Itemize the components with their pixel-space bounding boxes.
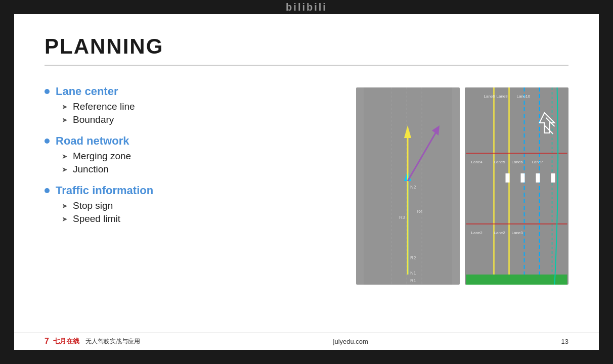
top-bar: bilibili <box>0 0 613 14</box>
bottom-bar <box>0 350 613 364</box>
stop-sign-label: Stop sign <box>73 200 113 211</box>
chevron-icon: ➤ <box>62 103 68 111</box>
svg-text:N1: N1 <box>410 270 416 276</box>
title-section: PLANNING <box>45 34 568 66</box>
bilibili-logo: bilibili <box>286 2 327 13</box>
traffic-info-label: Traffic information <box>56 184 153 197</box>
svg-text:Lane10: Lane10 <box>517 94 531 99</box>
list-item: ➤ Speed limit <box>62 213 336 224</box>
traffic-info-subitems: ➤ Stop sign ➤ Speed limit <box>62 200 336 224</box>
svg-text:R2: R2 <box>410 255 416 260</box>
chevron-icon: ➤ <box>62 215 68 223</box>
footer-page-number: 13 <box>561 338 568 345</box>
junction-label: Junction <box>73 164 109 175</box>
diagram-right-svg: Lane6 Lane8 Lane10 Lane2 Lane2 Lane3 Lan… <box>465 87 568 285</box>
bullet-dot <box>45 139 50 144</box>
svg-text:Lane5: Lane5 <box>494 160 506 164</box>
section-road-network: Road network ➤ Merging zone ➤ Junction <box>45 134 336 179</box>
svg-text:N2: N2 <box>410 185 416 190</box>
chevron-icon: ➤ <box>62 152 68 160</box>
list-item: ➤ Merging zone <box>62 151 336 162</box>
list-item: ➤ Stop sign <box>62 200 336 211</box>
svg-rect-40 <box>466 275 567 285</box>
svg-text:Lane6: Lane6 <box>484 94 496 99</box>
bullet-dot <box>45 188 50 193</box>
right-panel: N2 R3 R4 R2 N1 R1 <box>356 85 568 322</box>
svg-rect-25 <box>521 173 525 183</box>
bullet-dot <box>45 89 50 94</box>
list-item: ➤ Boundary <box>62 114 336 125</box>
footer-url: julyedu.com <box>333 338 368 345</box>
svg-text:R1: R1 <box>410 278 416 283</box>
section-lane-center: Lane center ➤ Reference line ➤ Boundary <box>45 85 336 129</box>
list-item: ➤ Junction <box>62 164 336 175</box>
left-panel: Lane center ➤ Reference line ➤ Boundary <box>45 85 336 322</box>
list-item: ➤ Reference line <box>62 101 336 112</box>
svg-text:Lane4: Lane4 <box>471 160 483 164</box>
svg-text:Lane8: Lane8 <box>497 94 508 99</box>
diagram-left: N2 R3 R4 R2 N1 R1 <box>356 87 460 285</box>
road-network-subitems: ➤ Merging zone ➤ Junction <box>62 151 336 175</box>
chevron-icon: ➤ <box>62 165 68 173</box>
svg-rect-24 <box>506 173 510 183</box>
slide: PLANNING Lane center ➤ Reference line <box>14 14 599 350</box>
footer: 7 七月在线 无人驾驶实战与应用 julyedu.com 13 <box>14 332 599 350</box>
section-traffic-info: Traffic information ➤ Stop sign ➤ Speed … <box>45 184 336 229</box>
footer-subtitle: 无人驾驶实战与应用 <box>85 337 140 346</box>
footer-logo-text: 七月在线 <box>53 337 79 346</box>
chevron-icon: ➤ <box>62 116 68 124</box>
reference-line-label: Reference line <box>73 101 135 112</box>
road-network-label: Road network <box>56 134 129 148</box>
chevron-icon: ➤ <box>62 202 68 210</box>
svg-text:Lane3: Lane3 <box>512 231 523 235</box>
svg-text:Lane2: Lane2 <box>471 231 483 235</box>
lane-center-subitems: ➤ Reference line ➤ Boundary <box>62 101 336 125</box>
slide-title: PLANNING <box>45 34 568 59</box>
boundary-label: Boundary <box>73 114 114 125</box>
content-area: Lane center ➤ Reference line ➤ Boundary <box>45 85 568 322</box>
svg-rect-26 <box>536 173 540 183</box>
svg-text:Lane2: Lane2 <box>494 231 506 235</box>
svg-text:R4: R4 <box>417 209 423 214</box>
svg-text:Lane6: Lane6 <box>512 160 523 164</box>
svg-text:Lane7: Lane7 <box>532 160 544 164</box>
svg-text:R3: R3 <box>399 215 405 220</box>
svg-rect-27 <box>551 173 555 183</box>
speed-limit-label: Speed limit <box>73 213 120 224</box>
diagram-right: Lane6 Lane8 Lane10 Lane2 Lane2 Lane3 Lan… <box>465 87 568 285</box>
lane-center-label: Lane center <box>56 85 118 98</box>
footer-logo-section: 7 七月在线 无人驾驶实战与应用 <box>45 337 140 346</box>
merging-zone-label: Merging zone <box>73 151 131 162</box>
footer-logo-number: 7 <box>45 337 49 346</box>
title-divider <box>45 65 568 66</box>
diagram-left-svg: N2 R3 R4 R2 N1 R1 <box>356 87 460 285</box>
